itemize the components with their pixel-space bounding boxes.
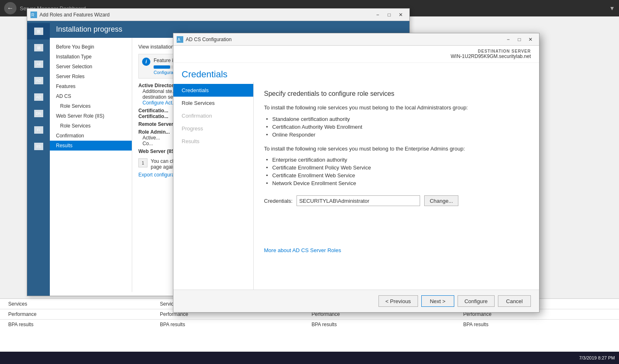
adcs-nav-role-services[interactable]: Role Services (173, 97, 253, 109)
credentials-label: Credentials: (264, 198, 292, 204)
adcs-dest-server: DESTINATION SERVER WIN-1U2RD95K9GM.secur… (173, 46, 539, 63)
cell-perf-1: Performance (6, 311, 158, 317)
credentials-input[interactable] (297, 195, 420, 206)
nav-role-services-1[interactable]: Role Services (50, 101, 132, 111)
server-manager-background: ← Server Manager Dashboard ▼ Services Se… (0, 0, 619, 364)
back-button[interactable]: ← (4, 2, 16, 14)
configure-button[interactable]: Configure (458, 295, 495, 307)
table-row-bpa: BPA results BPA results BPA results BPA … (0, 319, 619, 329)
next-button[interactable]: Next > (421, 295, 454, 307)
taskbar-bottom: 7/3/2019 8:27 PM (0, 352, 619, 364)
admin-service-1: Standalone certification authority (272, 115, 529, 123)
ar-close-button[interactable]: ✕ (395, 11, 406, 19)
adcs-title-text: AD CS Configuration (186, 37, 231, 42)
more-about-link[interactable]: More about AD CS Server Roles (264, 247, 341, 253)
adcs-body: Credentials Role Services Confirmation P… (173, 82, 539, 303)
cell-bpa-1: BPA results (6, 322, 158, 327)
nav-role-services-2[interactable]: Role Services (50, 121, 132, 131)
nav-server-roles[interactable]: Server Roles (50, 72, 132, 81)
cell-bpa-2: BPA results (158, 322, 309, 327)
admin-service-3: Online Responder (272, 131, 529, 139)
adcs-nav-confirmation-label: Confirmation (182, 113, 212, 119)
ad1-icon: AD (34, 77, 43, 84)
taskbar-right: ▼ (609, 5, 615, 12)
all-icon: All (34, 60, 43, 68)
sidebar-item-dns[interactable]: DN (27, 105, 50, 122)
svg-text:R: R (31, 13, 34, 17)
add-roles-title: Add Roles and Features Wizard (40, 12, 110, 18)
adcs-titlebar: A AD CS Configuration − □ ✕ (173, 33, 539, 46)
adcs-nav-credentials-label: Credentials (182, 87, 209, 93)
adcs-nav-confirmation: Confirmation (173, 109, 253, 122)
admin-group-text: To install the following role services y… (264, 104, 529, 112)
sidebar-item-ad2[interactable]: AD (27, 89, 50, 105)
ar-window-controls: − □ ✕ (372, 11, 406, 19)
enterprise-service-1: Enterprise certification authority (272, 156, 529, 164)
adcs-nav-credentials[interactable]: Credentials (173, 84, 253, 97)
iis-icon: IIS (34, 143, 43, 150)
nav-ad-cs[interactable]: AD CS (50, 91, 132, 101)
nav-features[interactable]: Features (50, 81, 132, 91)
nav-confirmation[interactable]: Confirmation (50, 131, 132, 141)
enterprise-service-3: Certificate Enrollment Web Service (272, 172, 529, 179)
adcs-header-title: Credentials (182, 69, 531, 80)
enterprise-service-2: Certificate Enrollment Policy Web Servic… (272, 164, 529, 172)
dns-icon: DN (34, 110, 43, 117)
ad2-icon: AD (34, 93, 43, 101)
dashboard-icon: ⊞ (34, 28, 43, 35)
change-credentials-button[interactable]: Change... (424, 195, 458, 206)
adcs-close-button[interactable]: ✕ (525, 35, 536, 44)
ar-minimize-button[interactable]: − (372, 11, 383, 19)
adcs-nav-results: Results (173, 135, 253, 148)
enterprise-services-list: Enterprise certification authority Certi… (272, 156, 529, 187)
nav-before-you-begin[interactable]: Before You Begin (50, 42, 132, 52)
nav-server-selection[interactable]: Server Selection (50, 62, 132, 72)
adcs-right-content: Specify credentials to configure role se… (254, 82, 539, 303)
adcs-title-left: A AD CS Configuration (177, 36, 231, 43)
nav-results[interactable]: Results (50, 141, 132, 151)
adcs-minimize-button[interactable]: − (503, 35, 514, 44)
adcs-header: Credentials (173, 63, 539, 82)
adcs-nav-progress-label: Progress (182, 125, 203, 132)
sm-sidebar: ⊞ 🖥 All AD AD DN Fi (27, 21, 50, 296)
cell-bpa-3: BPA results (310, 322, 461, 327)
adcs-left-nav: Credentials Role Services Confirmation P… (173, 82, 254, 303)
adcs-dest-name: WIN-1U2RD95K9GM.securitylab.net (182, 53, 531, 59)
more-about-container: More about AD CS Server Roles (264, 239, 529, 253)
installation-progress-title: Installation progress (56, 25, 122, 33)
add-roles-titlebar: R Add Roles and Features Wizard − □ ✕ (27, 9, 409, 21)
info-icon: i (142, 58, 150, 66)
taskbar-clock: 7/3/2019 8:27 PM (579, 355, 615, 360)
adcs-window-controls: − □ ✕ (503, 35, 536, 44)
sidebar-item-file[interactable]: Fi (27, 122, 50, 138)
adcs-nav-role-services-label: Role Services (182, 100, 215, 106)
sidebar-item-iis[interactable]: IIS (27, 138, 50, 155)
cancel-button[interactable]: Cancel (498, 295, 531, 307)
adcs-dest-label: DESTINATION SERVER (182, 49, 531, 53)
watermark: @51CTO博客 (589, 345, 617, 351)
nav-installation-type[interactable]: Installation Type (50, 52, 132, 62)
previous-button[interactable]: < Previous (378, 295, 418, 307)
enterprise-service-4: Network Device Enrollment Service (272, 179, 529, 187)
svg-text:A: A (178, 37, 180, 42)
sidebar-item-dashboard[interactable]: ⊞ (27, 23, 50, 39)
enterprise-group-text: To install the following role services y… (264, 145, 529, 153)
add-roles-icon: R (30, 12, 37, 18)
sidebar-item-ad1[interactable]: AD (27, 72, 50, 89)
file-icon: Fi (34, 126, 43, 134)
sm-left-nav: Before You Begin Installation Type Serve… (50, 38, 132, 292)
adcs-maximize-button[interactable]: □ (514, 35, 525, 44)
credentials-row: Credentials: Change... (264, 195, 529, 206)
cell-services-1: Services (6, 301, 158, 307)
nav-web-server-role[interactable]: Web Server Role (IIS) (50, 111, 132, 121)
ar-title-left: R Add Roles and Features Wizard (30, 12, 110, 18)
admin-services-list: Standalone certification authority Certi… (272, 115, 529, 139)
ar-maximize-button[interactable]: □ (384, 11, 395, 19)
sidebar-item-local[interactable]: 🖥 (27, 39, 50, 56)
admin-service-2: Certification Authority Web Enrollment (272, 123, 529, 131)
progress-bar-fill (154, 65, 170, 69)
adcs-nav-results-label: Results (182, 138, 199, 144)
sidebar-item-all[interactable]: All (27, 56, 50, 72)
close-notice-icon: 1 (138, 158, 147, 167)
adcs-dialog: A AD CS Configuration − □ ✕ DESTINATION … (173, 33, 540, 313)
